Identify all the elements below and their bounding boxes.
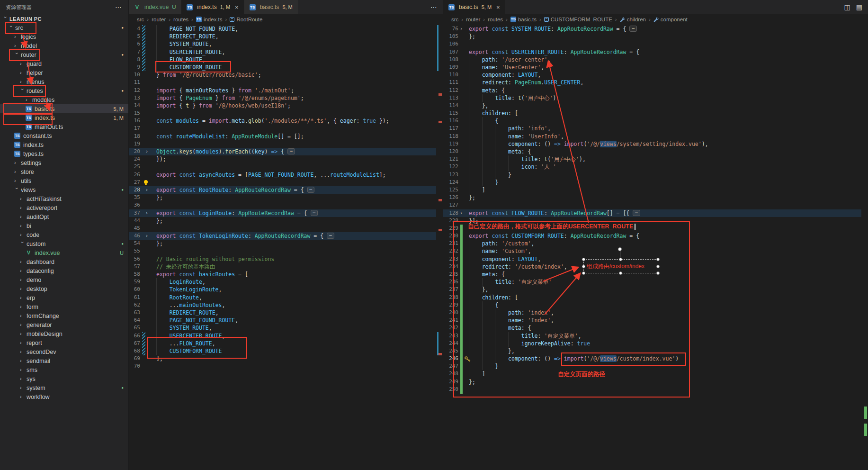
tree-folder-routes[interactable]: ›routes●: [0, 86, 128, 95]
tree-folder-router[interactable]: ›router●: [0, 50, 128, 59]
line-number: 9: [129, 63, 140, 71]
code-editor-basic-ts[interactable]: 76›export const SYSTEM_ROUTE: AppRouteRe…: [443, 25, 868, 470]
code-text: }: [469, 362, 498, 370]
overview-ruler-middle[interactable]: [436, 25, 443, 470]
tree-folder-erp[interactable]: ›erp: [0, 293, 128, 302]
tree-folder-secondDev[interactable]: ›secondDev: [0, 347, 128, 356]
tree-file-constant.ts[interactable]: TSconstant.ts: [0, 131, 128, 140]
tree-folder-logics[interactable]: ›logics: [0, 32, 128, 41]
line-number: 109: [443, 63, 458, 71]
breadcrumb-item-component[interactable]: component: [653, 17, 688, 22]
tree-item-label: store: [21, 169, 34, 175]
breadcrumb-item-src[interactable]: src: [451, 17, 458, 22]
tree-item-label: dataconfig: [27, 268, 54, 274]
code-editor-index-ts[interactable]: 4 PAGE_NOT_FOUND_ROUTE,5 REDIRECT_ROUTE,…: [129, 25, 443, 470]
code-text: name: 'Index',: [469, 316, 554, 324]
tree-folder-sys[interactable]: ›sys: [0, 374, 128, 383]
tree-folder-code[interactable]: ›code: [0, 230, 128, 239]
close-icon[interactable]: ×: [235, 4, 239, 10]
breadcrumb-item-src[interactable]: src: [137, 17, 144, 22]
tree-file-types.ts[interactable]: TStypes.ts: [0, 149, 128, 158]
tree-folder-sendmail[interactable]: ›sendmail: [0, 356, 128, 365]
tree-folder-guard[interactable]: ›guard: [0, 59, 128, 68]
line-number: 65: [129, 324, 140, 332]
overview-ruler-right[interactable]: [861, 25, 868, 470]
tree-folder-menus[interactable]: ›menus: [0, 77, 128, 86]
lightbulb-icon[interactable]: [140, 179, 151, 186]
code-line-112: 112 meta: {: [443, 87, 861, 94]
tree-folder-form[interactable]: ›form: [0, 302, 128, 311]
code-line-15: 15: [129, 109, 436, 117]
tab-index.vue[interactable]: Vindex.vueU: [129, 0, 181, 14]
tab-index.ts[interactable]: TSindex.ts1, M×: [181, 0, 244, 14]
tree-item-label: dashboard: [27, 259, 54, 265]
tree-folder-bi[interactable]: ›bi: [0, 221, 128, 230]
line-number: 69: [129, 355, 140, 362]
close-icon[interactable]: ×: [496, 4, 500, 10]
tree-folder-modules[interactable]: ›modules: [0, 95, 128, 104]
tree-folder-workflow[interactable]: ›workflow: [0, 392, 128, 401]
code-text: path: '/custom',: [469, 240, 535, 247]
fold-collapsed-icon[interactable]: ›: [140, 209, 151, 217]
breadcrumb-separator: ›: [147, 17, 149, 22]
breadcrumb-item-basic.ts[interactable]: TSbasic.ts: [510, 17, 537, 22]
fold-collapsed-icon[interactable]: ›: [140, 148, 151, 155]
more-actions-icon[interactable]: ⋯: [115, 3, 122, 11]
tree-folder-settings[interactable]: ›settings: [0, 158, 128, 167]
tree-item-label: guard: [27, 61, 42, 67]
tree-folder-activereport[interactable]: ›activereport: [0, 203, 128, 212]
split-editor-icon[interactable]: ◫: [844, 3, 850, 11]
breadcrumb-item-CUSTOMFORM_ROUTE[interactable]: CUSTOMFORM_ROUTE: [544, 17, 612, 22]
annotation-route-label[interactable]: 组成路由/custom/index: [583, 259, 658, 273]
tree-folder-mobileDesign[interactable]: ›mobileDesign: [0, 329, 128, 338]
tree-folder-generator[interactable]: ›generator: [0, 320, 128, 329]
tree-file-index.vue[interactable]: Vindex.vueU: [0, 248, 128, 257]
more-actions-icon[interactable]: ⋯: [430, 3, 437, 11]
breadcrumb-middle: src›router›routes›TSindex.ts›RootRoute: [129, 14, 443, 25]
breadcrumb-item-children[interactable]: children: [620, 17, 646, 22]
tree-folder-auditOpt[interactable]: ›auditOpt: [0, 212, 128, 221]
fold-collapsed-icon[interactable]: ›: [140, 232, 151, 240]
tree-folder-src[interactable]: ›src●: [0, 23, 128, 32]
tree-folder-views[interactable]: ›views●: [0, 185, 128, 194]
customize-layout-icon[interactable]: ▤: [856, 3, 862, 11]
code-text: ...FLOW_ROUTE,: [156, 340, 215, 347]
tree-folder-desktop[interactable]: ›desktop: [0, 284, 128, 293]
chevron-right-icon: ›: [20, 385, 26, 390]
breadcrumb-item-router[interactable]: router: [466, 17, 480, 22]
tree-folder-actHiTaskinst[interactable]: ›actHiTaskinst: [0, 194, 128, 203]
breadcrumb-item-routes[interactable]: routes: [173, 17, 188, 22]
tree-file-index.ts[interactable]: TSindex.ts: [0, 140, 128, 149]
tab-basic.ts[interactable]: TSbasic.ts5, M: [244, 0, 298, 14]
tab-basic.ts[interactable]: TSbasic.ts5, M×: [443, 0, 506, 14]
tree-file-mainOut.ts[interactable]: TSmainOut.ts: [0, 122, 128, 131]
breadcrumb-item-router[interactable]: router: [152, 17, 166, 22]
tree-folder-formChange[interactable]: ›formChange: [0, 311, 128, 320]
tree-folder-sms[interactable]: ›sms: [0, 365, 128, 374]
breadcrumb-item-index.ts[interactable]: TSindex.ts: [196, 17, 223, 22]
tree-folder-dataconfig[interactable]: ›dataconfig: [0, 266, 128, 275]
rotate-handle[interactable]: [620, 251, 620, 258]
tree-folder-system[interactable]: ›system●: [0, 383, 128, 392]
tree-folder-report[interactable]: ›report: [0, 338, 128, 347]
tree-folder-store[interactable]: ›store: [0, 167, 128, 176]
tree-folder-model[interactable]: ›model: [0, 41, 128, 50]
code-line-44: 44};: [129, 217, 436, 225]
code-line-6: 6 SYSTEM_ROUTE,: [129, 40, 436, 48]
fold-collapsed-icon[interactable]: ›: [140, 186, 151, 194]
tree-file-index.ts[interactable]: TSindex.ts1, M: [0, 113, 128, 122]
tree-folder-demo[interactable]: ›demo: [0, 275, 128, 284]
tree-folder-custom[interactable]: ›custom●: [0, 239, 128, 248]
tree-folder-utils[interactable]: ›utils: [0, 176, 128, 185]
code-text: {: [469, 117, 498, 125]
fold-collapsed-icon[interactable]: ›: [458, 25, 465, 33]
breadcrumb-item-RootRoute[interactable]: RootRoute: [230, 17, 262, 22]
explorer-header: 资源管理器 ⋯: [0, 0, 128, 14]
tree-folder-helper[interactable]: ›helper: [0, 68, 128, 77]
tree-folder-dashboard[interactable]: ›dashboard: [0, 257, 128, 266]
tree-file-basic.ts[interactable]: TSbasic.ts5, M: [0, 104, 128, 113]
line-number: 58: [129, 271, 140, 278]
breadcrumb-item-routes[interactable]: routes: [488, 17, 503, 22]
fold-collapsed-icon[interactable]: ›: [458, 209, 465, 217]
tree-folder-LEARUN PC[interactable]: ›LEARUN PC: [0, 14, 128, 23]
